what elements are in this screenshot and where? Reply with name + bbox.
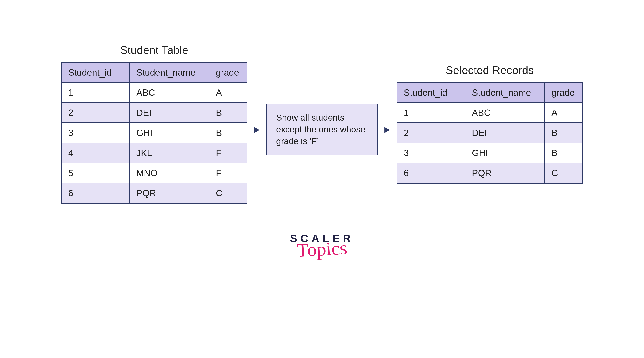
student-table: Student_id Student_name grade 1 ABC A 2 … xyxy=(61,62,248,204)
cell-id: 6 xyxy=(397,163,465,183)
table-row: 2 DEF B xyxy=(397,123,583,143)
filter-condition-box: Show all students except the ones whose … xyxy=(266,104,378,155)
selected-records-table: Student_id Student_name grade 1 ABC A 2 … xyxy=(397,82,583,184)
arrow-right-icon: ▶ xyxy=(384,125,391,134)
cell-id: 1 xyxy=(397,103,465,123)
diagram-canvas: Student Table Student_id Student_name gr… xyxy=(0,0,644,358)
cell-grade: B xyxy=(209,123,247,143)
table-row: 4 JKL F xyxy=(62,143,247,163)
cell-name: JKL xyxy=(130,143,209,163)
table-row: 6 PQR C xyxy=(62,183,247,204)
selected-records-section: Selected Records Student_id Student_name… xyxy=(397,64,583,184)
cell-id: 3 xyxy=(62,123,130,143)
col-grade: grade xyxy=(545,82,583,103)
cell-grade: C xyxy=(209,183,247,204)
cell-grade: A xyxy=(209,83,247,103)
cell-id: 3 xyxy=(397,143,465,163)
student-table-section: Student Table Student_id Student_name gr… xyxy=(61,44,248,204)
cell-name: ABC xyxy=(130,83,209,103)
student-table-header-row: Student_id Student_name grade xyxy=(62,62,247,83)
cell-grade: B xyxy=(545,143,583,163)
cell-name: GHI xyxy=(465,143,545,163)
cell-grade: B xyxy=(209,103,247,123)
table-row: 2 DEF B xyxy=(62,103,247,123)
student-table-title: Student Table xyxy=(120,44,188,56)
cell-id: 5 xyxy=(62,163,130,183)
arrow-right-icon: ▶ xyxy=(253,125,260,134)
cell-name: DEF xyxy=(465,123,545,143)
cell-name: PQR xyxy=(130,183,209,204)
cell-grade: C xyxy=(545,163,583,183)
cell-name: DEF xyxy=(130,103,209,123)
cell-id: 2 xyxy=(397,123,465,143)
table-row: 1 ABC A xyxy=(397,103,583,123)
cell-name: MNO xyxy=(130,163,209,183)
col-student-name: Student_name xyxy=(130,62,209,83)
table-row: 3 GHI B xyxy=(397,143,583,163)
cell-name: ABC xyxy=(465,103,545,123)
table-row: 5 MNO F xyxy=(62,163,247,183)
cell-id: 2 xyxy=(62,103,130,123)
table-row: 3 GHI B xyxy=(62,123,247,143)
selected-records-title: Selected Records xyxy=(446,64,534,76)
col-student-id: Student_id xyxy=(62,62,130,83)
cell-grade: F xyxy=(209,143,247,163)
col-student-id: Student_id xyxy=(397,82,465,103)
cell-name: PQR xyxy=(465,163,545,183)
scaler-topics-logo: SCALER Topics xyxy=(290,232,354,258)
cell-name: GHI xyxy=(130,123,209,143)
selected-table-header-row: Student_id Student_name grade xyxy=(397,82,583,103)
cell-id: 4 xyxy=(62,143,130,163)
table-row: 1 ABC A xyxy=(62,83,247,103)
logo-bottom-text: Topics xyxy=(296,239,348,259)
cell-id: 6 xyxy=(62,183,130,204)
cell-grade: F xyxy=(209,163,247,183)
col-grade: grade xyxy=(209,62,247,83)
table-row: 6 PQR C xyxy=(397,163,583,183)
diagram-row: Student Table Student_id Student_name gr… xyxy=(61,44,583,204)
cell-id: 1 xyxy=(62,83,130,103)
cell-grade: A xyxy=(545,103,583,123)
col-student-name: Student_name xyxy=(465,82,545,103)
cell-grade: B xyxy=(545,123,583,143)
